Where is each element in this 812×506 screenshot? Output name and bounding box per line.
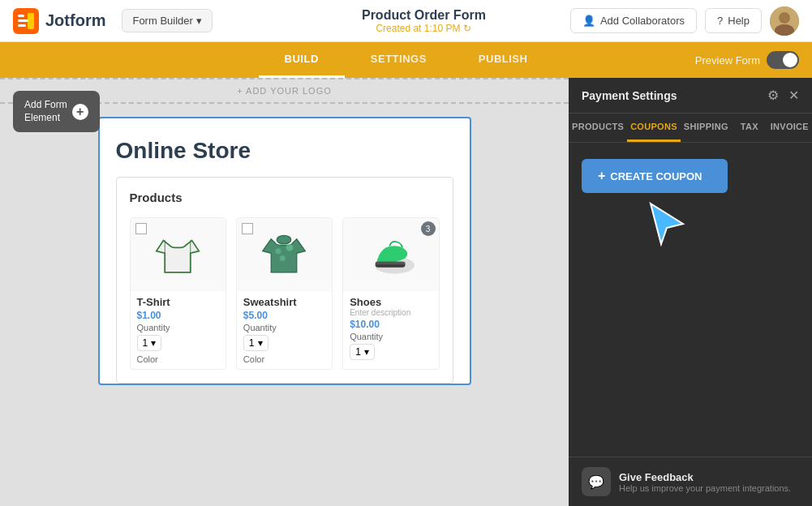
svg-point-9 — [276, 248, 281, 254]
product-color-label-sweatshirt: Color — [243, 354, 325, 364]
tab-publish[interactable]: PUBLISH — [453, 42, 554, 78]
product-item-shoes: 3 — [342, 217, 439, 370]
panel-tab-invoice[interactable]: INVOICE — [767, 114, 812, 142]
product-item-tshirt: T-Shirt $1.00 Quantity 1 ▾ — [130, 217, 226, 370]
avatar[interactable] — [770, 6, 799, 36]
panel-tab-shipping[interactable]: SHIPPING — [681, 114, 732, 142]
add-collaborators-button[interactable]: 👤 Add Collaborators — [570, 8, 697, 33]
feedback-chat-icon[interactable]: 💬 — [582, 467, 611, 496]
svg-rect-3 — [18, 24, 26, 27]
logo-area: Jotform — [13, 8, 105, 34]
product-price-shoes: $10.00 — [350, 319, 432, 330]
feedback-text-area: Give Feedback Help us improve your payme… — [619, 471, 791, 493]
cursor-arrow-icon — [647, 199, 695, 248]
product-item-sweatshirt: Sweatshirt $5.00 Quantity 1 ▾ — [236, 217, 333, 370]
feedback-widget: 💬 Give Feedback Help us improve your pay… — [569, 457, 812, 506]
product-img-shoes: 3 — [343, 218, 438, 291]
product-desc-shoes: Enter description — [350, 308, 432, 317]
svg-point-11 — [280, 255, 286, 261]
tab-bar: BUILD SETTINGS PUBLISH Preview Form — [0, 42, 812, 78]
panel-icons: ⚙ ✕ — [767, 88, 799, 103]
product-qty-select-shoes[interactable]: 1 ▾ — [350, 344, 432, 360]
main-content: Add FormElement + + ADD YOUR LOGO Online… — [0, 78, 812, 506]
product-info-shoes: Shoes Enter description $10.00 Quantity … — [343, 291, 438, 365]
preview-toggle[interactable] — [767, 51, 799, 69]
product-name-shoes: Shoes — [350, 296, 432, 308]
panel-tab-tax[interactable]: TAX — [732, 114, 767, 142]
canvas-area: Add FormElement + + ADD YOUR LOGO Online… — [0, 78, 569, 506]
create-coupon-label: CREATE COUPON — [610, 170, 702, 182]
add-form-element-label: Add FormElement — [24, 99, 67, 124]
refresh-icon: ↻ — [463, 23, 471, 34]
qty-chevron-tshirt: ▾ — [151, 337, 156, 349]
panel-tab-products[interactable]: PRODUCTS — [569, 114, 627, 142]
settings-icon[interactable]: ⚙ — [767, 88, 779, 103]
qty-value-sweatshirt: 1 — [249, 337, 255, 349]
tab-build[interactable]: BUILD — [259, 42, 345, 78]
plus-icon: + — [72, 104, 88, 120]
svg-rect-1 — [18, 15, 24, 17]
form-builder-label: Form Builder — [132, 15, 192, 27]
svg-point-6 — [779, 12, 790, 24]
panel-tabs: PRODUCTS COUPONS SHIPPING TAX INVOICE — [569, 114, 812, 143]
form-title: Product Order Form — [277, 8, 570, 23]
product-name-sweatshirt: Sweatshirt — [243, 296, 325, 308]
sweatshirt-icon — [256, 226, 312, 283]
product-price-tshirt: $1.00 — [137, 310, 219, 321]
product-grid: T-Shirt $1.00 Quantity 1 ▾ — [130, 217, 440, 370]
feedback-title: Give Feedback — [619, 471, 791, 483]
product-checkbox-tshirt[interactable] — [135, 223, 147, 234]
product-qty-label-sweatshirt: Quantity — [243, 323, 325, 332]
qty-value-shoes: 1 — [355, 346, 361, 358]
feedback-subtitle: Help us improve your payment integration… — [619, 483, 791, 493]
logo-text: Jotform — [45, 11, 105, 30]
qty-value-tshirt: 1 — [143, 337, 148, 349]
avatar-image — [770, 6, 799, 36]
form-builder-button[interactable]: Form Builder ▾ — [122, 9, 212, 32]
svg-marker-15 — [651, 204, 683, 244]
svg-rect-4 — [28, 13, 34, 29]
navbar-right: 👤 Add Collaborators ? Help — [570, 6, 799, 36]
panel-tab-coupons[interactable]: COUPONS — [627, 114, 681, 142]
qty-chevron-shoes: ▾ — [364, 346, 369, 358]
product-qty-select-tshirt[interactable]: 1 ▾ — [137, 335, 219, 351]
add-form-element-button[interactable]: Add FormElement + — [13, 91, 100, 132]
panel-title: Payment Settings — [582, 89, 677, 102]
svg-rect-2 — [18, 19, 29, 22]
product-qty-label-tshirt: Quantity — [137, 323, 219, 332]
product-price-sweatshirt: $5.00 — [243, 310, 325, 321]
product-name-tshirt: T-Shirt — [137, 296, 219, 308]
form-subtitle: Created at 1:10 PM ↻ — [277, 23, 570, 34]
product-info-sweatshirt: Sweatshirt $5.00 Quantity 1 ▾ — [237, 291, 332, 369]
question-icon: ? — [717, 15, 723, 27]
panel-body: + CREATE COUPON — [569, 143, 812, 457]
form-card: Online Store Products — [98, 117, 471, 385]
products-label: Products — [130, 191, 440, 204]
help-label: Help — [728, 15, 750, 27]
product-badge-shoes: 3 — [421, 221, 436, 236]
navbar: Jotform Form Builder ▾ Product Order For… — [0, 0, 812, 42]
add-collab-label: Add Collaborators — [600, 15, 685, 27]
product-qty-label-shoes: Quantity — [350, 332, 432, 341]
jotform-logo-icon — [13, 8, 39, 34]
product-info-tshirt: T-Shirt $1.00 Quantity 1 ▾ — [131, 291, 226, 369]
panel-header: Payment Settings ⚙ ✕ — [569, 78, 812, 114]
svg-point-8 — [277, 235, 292, 244]
qty-chevron-sweatshirt: ▾ — [258, 337, 263, 349]
tab-bar-left: BUILD SETTINGS PUBLISH — [0, 42, 812, 78]
product-qty-select-sweatshirt[interactable]: 1 ▾ — [243, 335, 325, 351]
svg-rect-14 — [376, 262, 406, 265]
chevron-down-icon: ▾ — [196, 15, 202, 27]
preview-area: Preview Form — [695, 51, 799, 69]
store-title: Online Store — [116, 138, 453, 164]
shoes-icon — [363, 226, 419, 283]
preview-form-label: Preview Form — [695, 54, 760, 66]
tab-settings[interactable]: SETTINGS — [345, 42, 453, 78]
create-coupon-button[interactable]: + CREATE COUPON — [582, 159, 728, 193]
create-coupon-plus-icon: + — [598, 169, 605, 183]
product-checkbox-sweatshirt[interactable] — [242, 223, 253, 234]
close-icon[interactable]: ✕ — [788, 88, 799, 103]
help-button[interactable]: ? Help — [705, 8, 762, 33]
user-icon: 👤 — [582, 15, 595, 27]
product-color-label-tshirt: Color — [137, 354, 219, 364]
